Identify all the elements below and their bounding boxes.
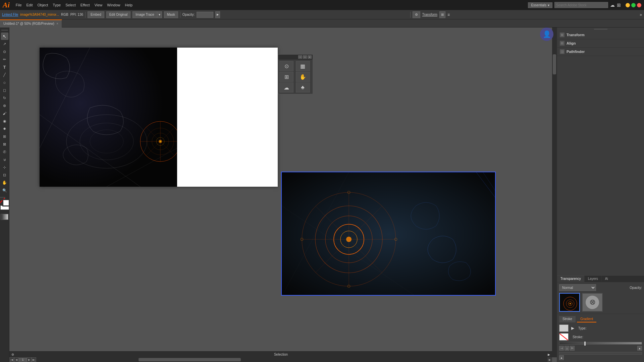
transparency-tab-row: Transparency Layers Ai <box>557 276 644 282</box>
minimize-button[interactable] <box>626 3 630 7</box>
pathfinder-panel-header[interactable]: ◫ Pathfinder <box>557 48 644 56</box>
gradient-align-left-btn[interactable]: ⊣ <box>559 346 564 351</box>
slice-tool[interactable]: ⊞ <box>1 133 8 140</box>
align-panel-header[interactable]: ⊟ Align <box>557 39 644 47</box>
menu-object[interactable]: Object <box>36 2 50 8</box>
stroke-swatch[interactable] <box>2 199 10 206</box>
blending-mode-select[interactable]: Normal Multiply Screen Overlay <box>559 284 596 291</box>
essentials-dropdown[interactable]: Essentials ▾ <box>528 2 552 8</box>
smooth-tool[interactable]: ◉ <box>1 117 8 125</box>
opacity-label: Opacity: <box>182 13 195 16</box>
gradient-button[interactable] <box>1 214 8 220</box>
page-number-input[interactable] <box>19 358 27 362</box>
mini-icon-1[interactable]: ⊙ <box>279 61 293 71</box>
mini-icon-6[interactable]: ♣ <box>296 82 310 93</box>
mini-icon-5[interactable]: ☁ <box>279 82 293 93</box>
transform-panel-header[interactable]: ⊞ Transform <box>557 31 644 39</box>
tab-close-icon[interactable]: × <box>56 22 58 25</box>
align-panel-title: Align <box>567 41 576 45</box>
mini-icon-3[interactable]: ⊞ <box>279 72 293 82</box>
scroll-right-button[interactable]: ▶ <box>547 357 552 362</box>
crop-tool[interactable]: ⊡ <box>1 171 8 179</box>
menu-help[interactable]: Help <box>123 2 135 8</box>
menu-view[interactable]: View <box>93 2 105 8</box>
edit-original-button[interactable]: Edit Original <box>106 11 130 18</box>
menu-type[interactable]: Type <box>51 2 63 8</box>
maximize-button[interactable] <box>631 3 636 7</box>
page-nav-next[interactable]: ▶ <box>27 357 32 362</box>
image-trace-button[interactable]: Image Trace <box>132 11 157 18</box>
linked-file-label: Linked File <box>2 13 18 16</box>
artboard <box>40 48 278 187</box>
menu-file[interactable]: File <box>14 2 24 8</box>
gradient-fill-swatch[interactable] <box>559 324 569 332</box>
horizontal-scrollbar[interactable]: |◀ ◀ ▶ ▶| ▶ <box>9 357 552 362</box>
page-nav-right[interactable]: ▶| <box>32 357 36 362</box>
none-color-button[interactable] <box>0 214 0 220</box>
gradient-tab[interactable]: Gradient <box>577 316 596 322</box>
type-label: Type: <box>578 326 586 330</box>
page-nav-prev[interactable]: ◀ <box>14 357 19 362</box>
line-tool[interactable]: ╱ <box>1 71 8 78</box>
image-thumbnail[interactable] <box>559 293 580 312</box>
layers-tab[interactable]: Layers <box>585 276 602 282</box>
search-input[interactable] <box>554 2 608 8</box>
lasso-tool[interactable]: ⊙ <box>1 48 8 55</box>
menu-edit[interactable]: Edit <box>24 2 35 8</box>
stroke-fill-swatch[interactable] <box>559 333 569 341</box>
paintbrush-tool[interactable]: 🖌 <box>1 110 8 117</box>
eyedropper-tool[interactable]: ✆ <box>1 148 8 156</box>
selection-tool[interactable]: ↖ <box>1 33 8 40</box>
stroke-gradient-tabs: Stroke Gradient <box>559 316 642 322</box>
rotate-tool[interactable]: ↻ <box>1 94 8 102</box>
pen-tool[interactable]: ✏ <box>1 56 8 63</box>
gradient-align-right-btn[interactable]: ⊢ <box>570 346 575 351</box>
page-nav-left[interactable]: |◀ <box>9 357 14 362</box>
align-panel-section: ⊟ Align <box>557 39 644 48</box>
selection-status: Selection <box>17 353 545 356</box>
mask-button[interactable]: Mask <box>164 11 178 18</box>
stroke-tab[interactable]: Stroke <box>559 316 576 322</box>
mini-toolbar-close-button[interactable]: × <box>308 55 312 59</box>
mini-icon-4[interactable]: ✋ <box>296 72 310 82</box>
mini-toolbar-header: » ≡ × <box>278 55 313 60</box>
close-button[interactable] <box>637 3 641 7</box>
embed-button[interactable]: Embed <box>88 11 104 18</box>
transform-options-button[interactable]: ⊞ <box>439 11 445 18</box>
gradient-opacity-btn[interactable]: ▲ <box>559 355 564 360</box>
menu-window[interactable]: Window <box>105 2 122 8</box>
menu-select[interactable]: Select <box>63 2 78 8</box>
mini-icon-2[interactable]: ▦ <box>296 61 310 71</box>
zoom-tool[interactable]: 🔍 <box>1 187 8 194</box>
align-options-button[interactable]: ⚙ <box>413 11 420 18</box>
mesh-tool[interactable]: ⊹ <box>1 164 8 171</box>
transform-button[interactable]: Transform <box>422 13 437 16</box>
transparency-tab[interactable]: Transparency <box>557 276 585 282</box>
panel-options-button[interactable]: ≡ <box>447 12 450 17</box>
symbol-tool[interactable]: ✸ <box>1 125 8 132</box>
hand-tool[interactable]: ✋ <box>1 179 8 186</box>
file-name-label: image%3A94740_mirror... <box>20 13 59 16</box>
gradient-line-btn[interactable]: ▲ <box>637 346 642 351</box>
close-panel-button[interactable]: » <box>640 12 642 17</box>
mask-thumbnail[interactable]: ⊗ <box>582 293 603 312</box>
pattern-button[interactable]: ⊞ <box>9 214 10 220</box>
menu-effect[interactable]: Effect <box>78 2 92 8</box>
pathfinder-panel-icon: ◫ <box>560 49 565 54</box>
ai-tab[interactable]: Ai <box>602 276 611 282</box>
text-tool[interactable]: T <box>1 63 8 71</box>
blend-tool[interactable]: ⊎ <box>1 156 8 163</box>
ellipse-tool[interactable]: ○ <box>1 79 8 86</box>
ppi-label: PPI: 136 <box>70 13 83 16</box>
free-transform-tool[interactable]: ⊠ <box>1 140 8 148</box>
direct-select-tool[interactable]: ↗ <box>1 40 8 48</box>
opacity-input[interactable]: 100% <box>197 12 213 18</box>
gradient-align-center-btn[interactable]: ⊥ <box>565 346 569 351</box>
document-tab[interactable]: Untitled-1* @ 50% (RGB/Preview) × <box>0 19 62 27</box>
vertical-scrollbar[interactable] <box>552 27 557 357</box>
expand-button[interactable]: ▶ <box>548 353 550 356</box>
eraser-tool[interactable]: ◻ <box>1 86 8 94</box>
image-trace-dropdown[interactable]: ▾ <box>157 11 162 18</box>
warp-tool[interactable]: ⊛ <box>1 102 8 109</box>
opacity-increase-button[interactable]: ▶ <box>215 11 220 18</box>
